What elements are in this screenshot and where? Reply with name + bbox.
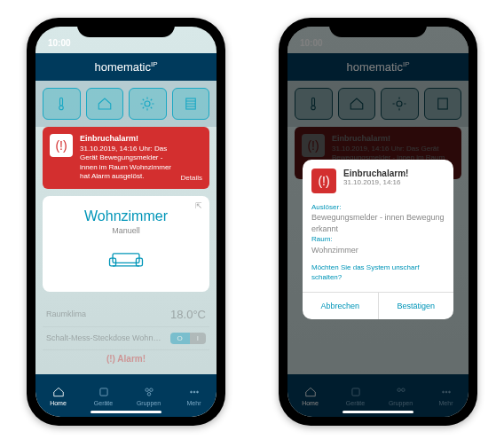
app-header: homematicIP (35, 53, 217, 81)
nav-home[interactable]: Home (35, 374, 81, 417)
category-tiles (35, 81, 217, 127)
room-name: Wohnzimmer (51, 208, 201, 224)
confirm-button[interactable]: Bestätigen (379, 293, 454, 319)
status-time: 10:00 (48, 38, 71, 48)
svg-rect-0 (60, 98, 63, 106)
house-icon (97, 96, 113, 112)
phone-left: 10:00 homematicIP (!) Einbruchala (27, 18, 225, 426)
background-rows: Raumklima 18.0°C Schalt-Mess-Steckdose W… (35, 302, 217, 367)
screen-left: 10:00 homematicIP (!) Einbruchala (35, 27, 217, 417)
alarm-body: 31.10.2019, 14:16 Uhr: Das Gerät Bewegun… (80, 145, 174, 182)
modal-question: Möchten Sie das System unscharf schalten… (311, 263, 445, 282)
svg-point-14 (147, 392, 151, 396)
screen-right: 10:00 homematicIP (!) Einbruchalarm! 31.… (287, 27, 469, 417)
alarm-modal: (!) Einbruchalarm! 31.10.2019, 14:16 Aus… (303, 160, 453, 319)
svg-point-12 (145, 388, 148, 391)
room-mode: Manuell (51, 226, 201, 235)
modal-trigger-label: Auslöser: (311, 202, 445, 212)
thermometer-icon (53, 96, 69, 112)
home-indicator[interactable] (91, 411, 161, 413)
modal-title: Einbruchalarm! (343, 169, 408, 178)
alarm-banner[interactable]: (!) Einbruchalarm! 31.10.2019, 14:16 Uhr… (43, 127, 209, 188)
modal-room-label: Raum: (311, 234, 445, 244)
phone-right: 10:00 homematicIP (!) Einbruchalarm! 31.… (279, 18, 477, 426)
row-climate-value: 18.0°C (170, 308, 206, 321)
svg-point-16 (193, 391, 195, 393)
tile-climate[interactable] (43, 88, 81, 120)
pin-icon: ⇱ (195, 201, 202, 210)
tile-shutter[interactable] (172, 88, 210, 120)
svg-point-15 (190, 391, 192, 393)
row-climate-label: Raumklima (46, 310, 86, 318)
svg-point-17 (196, 391, 198, 393)
home-indicator[interactable] (343, 411, 413, 413)
svg-point-13 (149, 388, 153, 391)
cancel-button[interactable]: Abbrechen (303, 293, 379, 319)
blinds-icon (183, 96, 199, 112)
modal-room-value: Wohnzimmer (311, 245, 445, 256)
phone-notch (329, 18, 427, 37)
alarm-title: Einbruchalarm! (80, 134, 174, 145)
svg-rect-11 (99, 388, 106, 395)
room-card[interactable]: ⇱ Wohnzimmer Manuell (43, 196, 209, 292)
svg-point-2 (145, 101, 150, 106)
modal-trigger-value: Bewegungsmelder - innen Bewegung erkannt (311, 212, 445, 234)
row-socket-label: Schalt-Mess-Steckdose Wohn… (46, 333, 161, 342)
alarm-details-button[interactable]: Details (181, 174, 202, 182)
svg-rect-7 (113, 253, 139, 263)
alarm-strip[interactable]: (!) Alarm! (43, 350, 209, 367)
phone-notch (77, 18, 175, 37)
alarm-icon: (!) (50, 134, 73, 157)
tile-security[interactable] (86, 88, 124, 120)
modal-date: 31.10.2019, 14:16 (343, 178, 408, 186)
tile-light[interactable] (129, 88, 167, 120)
sun-icon (139, 96, 155, 112)
socket-switch[interactable]: O I (170, 333, 206, 344)
nav-more[interactable]: Mehr (171, 374, 217, 417)
svg-point-1 (59, 106, 64, 111)
alarm-icon: (!) (311, 169, 336, 193)
sofa-icon (51, 246, 201, 276)
brand-logo: homematicIP (35, 60, 217, 74)
